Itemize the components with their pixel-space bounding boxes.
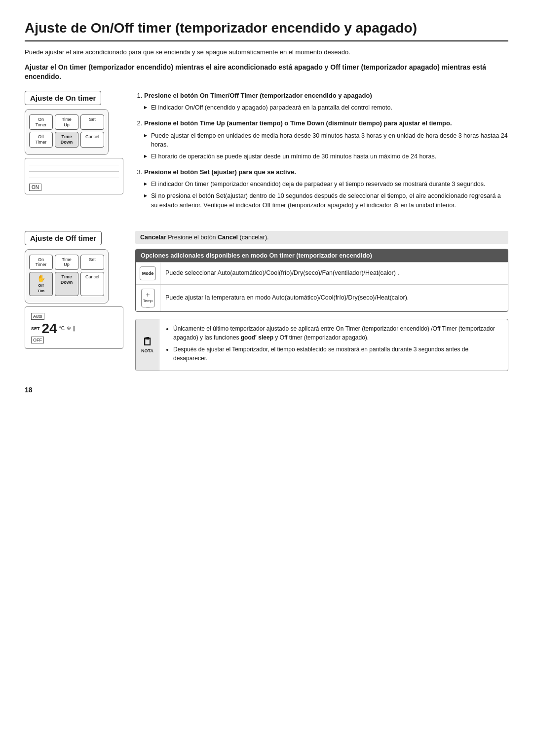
options-row-1: Mode Puede seleccionar Auto(automático)/… xyxy=(136,262,508,284)
set-label: SET xyxy=(31,326,40,331)
off-display-inner: Auto SET 24 °C ❄ ∥ OFF xyxy=(29,310,119,345)
intro-text: Puede ajustar el aire acondicionado para… xyxy=(25,48,508,56)
steps-list: Presione el botón On Timer/Off Timer (te… xyxy=(135,91,508,210)
set-btn[interactable]: Set xyxy=(80,114,104,130)
mode-button: Mode xyxy=(140,266,156,280)
plus-icon: + xyxy=(146,291,150,299)
off-timer-section: Ajuste de Off timer OnTimer TimeUp Set ✋… xyxy=(25,231,508,371)
note-text-col: Únicamente el último temporizador ajusta… xyxy=(159,319,508,371)
on-timer-buttons: OnTimer TimeUp Set OffTimer TimeDown Can… xyxy=(29,114,104,148)
display-line-1 xyxy=(29,161,119,165)
options-header: Opciones adicionales disponibles en modo… xyxy=(136,249,508,262)
step-2: Presione el botón Time Up (aumentar tiem… xyxy=(144,118,508,161)
step-1-bullets: El indicador On/Off (encendido y apagado… xyxy=(144,103,508,113)
note-bullets: Únicamente el último temporizador ajusta… xyxy=(165,324,502,363)
step-1-title: Presione el botón On Timer/Off Timer (te… xyxy=(144,92,372,99)
step-2-title: Presione el botón Time Up (aumentar tiem… xyxy=(144,119,452,127)
off-tim-label: OffTim xyxy=(38,283,44,293)
off-badge: OFF xyxy=(31,337,44,343)
temp-option-text: Puede ajustar la temperatura en modo Aut… xyxy=(160,290,414,306)
cancel-text: Cancelar Presione el botón Cancel (cance… xyxy=(140,234,269,241)
step-1-bullet-1: El indicador On/Off (encendido y apagado… xyxy=(144,103,508,113)
step-2-bullet-1: Puede ajustar el tiempo en unidades de m… xyxy=(144,131,508,150)
off-timer-buttons: OnTimer TimeUp Set ✋ OffTim TimeDown Can… xyxy=(29,255,104,296)
on-timer-section: Ajuste de On timer OnTimer TimeUp Set Of… xyxy=(25,91,508,216)
step-3-title: Presione el botón Set (ajustar) para que… xyxy=(144,168,296,176)
temp-display: 24 xyxy=(42,322,57,336)
step-3: Presione el botón Set (ajustar) para que… xyxy=(144,167,508,210)
note-bullet-2: Después de ajustar el Temporizador, el t… xyxy=(173,345,502,363)
off-timer-label: Ajuste de Off timer xyxy=(25,231,102,245)
page-title: Ajuste de On/Off timer (temporizador enc… xyxy=(25,20,508,41)
cancel-row: Cancelar Presione el botón Cancel (cance… xyxy=(135,231,508,244)
mode-icon-cell: Mode xyxy=(136,263,160,284)
options-row-2: + Temp − Puede ajustar la temperatura en… xyxy=(136,284,508,311)
cancel-btn-off[interactable]: Cancel xyxy=(80,272,104,296)
note-box: 🗒 NOTA Únicamente el último temporizador… xyxy=(135,319,508,371)
step-3-bullets: El indicador On timer (temporizador ence… xyxy=(144,180,508,210)
time-up-btn-off[interactable]: TimeUp xyxy=(55,255,78,270)
temp-label: Temp xyxy=(143,299,153,303)
temp-button: + Temp − xyxy=(141,289,155,307)
on-timer-right: Presione el botón On Timer/Off Timer (te… xyxy=(135,91,508,216)
step-2-bullets: Puede ajustar el tiempo en unidades de m… xyxy=(144,131,508,161)
temp-icon-cell: + Temp − xyxy=(136,285,160,311)
note-bullet-1: Únicamente el último temporizador ajusta… xyxy=(173,324,502,342)
off-timer-btn[interactable]: OffTimer xyxy=(29,132,53,148)
on-timer-left: Ajuste de On timer OnTimer TimeUp Set Of… xyxy=(25,91,123,216)
auto-badge: Auto xyxy=(31,313,44,320)
off-timer-btn-main[interactable]: ✋ OffTim xyxy=(29,272,53,296)
set-temp-row: SET 24 °C ❄ ∥ xyxy=(31,322,117,336)
note-symbol: 🗒 xyxy=(142,337,153,347)
step-1: Presione el botón On Timer/Off Timer (te… xyxy=(144,91,508,113)
on-timer-remote: OnTimer TimeUp Set OffTimer TimeDown Can… xyxy=(25,109,109,155)
time-down-btn-on[interactable]: TimeDown xyxy=(55,132,78,148)
on-display-badge: ON xyxy=(29,184,41,191)
on-timer-display: ON xyxy=(25,158,123,194)
display-line-2 xyxy=(29,168,119,172)
minus-icon: − xyxy=(146,303,150,311)
step-3-bullet-2: Si no presiona el botón Set(ajustar) den… xyxy=(144,191,508,210)
page-number: 18 xyxy=(25,386,508,394)
on-timer-label: Ajuste de On timer xyxy=(25,91,101,105)
step-3-bullet-1: El indicador On timer (temporizador ence… xyxy=(144,180,508,189)
time-up-btn[interactable]: TimeUp xyxy=(55,114,78,130)
display-line-3 xyxy=(29,174,119,178)
note-icon-col: 🗒 NOTA xyxy=(136,319,159,371)
time-down-btn-off[interactable]: TimeDown xyxy=(55,272,78,296)
nota-label: NOTA xyxy=(141,348,153,353)
set-btn-off[interactable]: Set xyxy=(80,255,104,270)
off-timer-right: Cancelar Presione el botón Cancel (cance… xyxy=(135,231,508,371)
bold-intro: Ajustar el On timer (temporizador encend… xyxy=(25,63,508,82)
mode-option-text: Puede seleccionar Auto(automático)/Cool(… xyxy=(160,265,404,282)
options-table: Opciones adicionales disponibles en modo… xyxy=(135,249,508,312)
off-timer-left: Ajuste de Off timer OnTimer TimeUp Set ✋… xyxy=(25,231,123,371)
off-timer-display: Auto SET 24 °C ❄ ∥ OFF xyxy=(25,306,123,349)
on-timer-btn[interactable]: OnTimer xyxy=(29,114,53,130)
on-timer-btn-off[interactable]: OnTimer xyxy=(29,255,53,270)
cancel-btn-on[interactable]: Cancel xyxy=(80,132,104,148)
off-timer-remote: OnTimer TimeUp Set ✋ OffTim TimeDown Can… xyxy=(25,249,109,303)
hand-icon: ✋ xyxy=(37,274,45,282)
deg-label: °C xyxy=(59,326,65,331)
mode-icons: ❄ ∥ xyxy=(67,325,76,332)
step-2-bullet-2: El horario de operación se puede ajustar… xyxy=(144,152,508,161)
